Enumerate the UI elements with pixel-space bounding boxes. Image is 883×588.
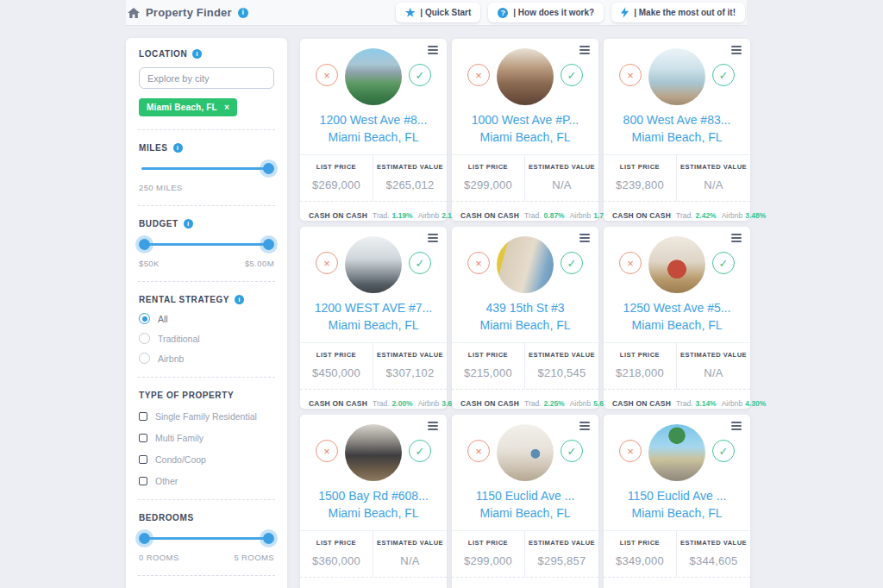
property-photo[interactable] [345,48,402,105]
cash-on-cash-label: CASH ON CASH [309,399,367,408]
property-city-link[interactable]: Miami Beach, FL [460,505,590,522]
property-photo[interactable] [345,424,402,481]
reject-property-button[interactable]: × [316,64,338,86]
estimated-value-value: $344,605 [679,554,748,567]
list-price-cell: LIST PRICE $215,000 [452,343,525,389]
property-city-link[interactable]: Miami Beach, FL [612,317,742,335]
property-city-link[interactable]: Miami Beach, FL [309,129,438,147]
quick-start-label: | Quick Start [420,8,471,17]
list-price-cell: LIST PRICE $239,800 [604,155,677,201]
accept-property-button[interactable]: ✓ [712,252,735,274]
reject-property-button[interactable]: × [316,252,338,274]
estimated-value-cell: ESTIMATED VALUE N/A [677,155,750,201]
checkbox-icon[interactable] [139,434,147,442]
reject-property-button[interactable]: × [619,440,642,462]
property-city-link[interactable]: Miami Beach, FL [309,317,438,335]
how-does-it-work-button[interactable]: ? | How does it work? [488,3,604,22]
quick-start-button[interactable]: ★ | Quick Start [396,3,481,22]
info-icon[interactable]: i [238,8,248,18]
property-photo[interactable] [648,424,705,481]
property-address-link[interactable]: 1250 West Ave #5... [612,300,742,317]
traditional-label: Trad. [676,211,693,220]
rental-strategy-info-icon[interactable]: i [235,295,244,304]
miles-slider-track[interactable] [141,167,272,170]
checkbox-icon[interactable] [139,455,147,464]
budget-info-icon[interactable]: i [184,219,193,228]
budget-slider-min-handle[interactable] [139,239,150,250]
x-icon: × [627,446,634,457]
property-address-link[interactable]: 1150 Euclid Ave ... [460,488,590,505]
miles-slider-handle[interactable] [263,163,274,174]
budget-slider-track[interactable] [141,243,272,246]
property-photo[interactable] [497,236,554,293]
list-price-value: $360,000 [303,554,370,567]
property-photo[interactable] [648,48,705,105]
property-city-link[interactable]: Miami Beach, FL [309,505,438,522]
chip-close-icon[interactable]: × [224,103,229,112]
property-address-link[interactable]: 1500 Bay Rd #608... [309,488,438,505]
selected-city-chip[interactable]: Miami Beach, FL × [139,98,237,116]
bedrooms-slider-min-handle[interactable] [139,533,150,544]
rental-strategy-option-airbnb[interactable]: Airbnb [139,353,274,364]
property-address-link[interactable]: 1200 WEST AVE #7... [309,300,438,317]
bedrooms-slider[interactable] [141,533,272,544]
accept-property-button[interactable]: ✓ [409,440,431,462]
property-address-link[interactable]: 1000 West Ave #P... [460,112,590,129]
reject-property-button[interactable]: × [467,64,490,86]
radio-icon[interactable] [139,333,150,344]
accept-property-button[interactable]: ✓ [560,440,583,462]
traditional-label: Trad. [524,211,542,220]
miles-info-icon[interactable]: i [173,143,183,153]
estimated-value-label: ESTIMATED VALUE [376,539,444,547]
accept-property-button[interactable]: ✓ [712,440,735,462]
budget-slider[interactable] [141,239,272,250]
property-address-link[interactable]: 1150 Euclid Ave ... [612,488,742,505]
property-type-option-other[interactable]: Other [139,476,274,486]
property-photo[interactable] [497,48,554,105]
property-type-option-condo-coop[interactable]: Condo/Coop [139,454,274,465]
option-label: All [158,314,168,324]
bedrooms-slider-max-handle[interactable] [263,533,274,544]
accept-property-button[interactable]: ✓ [409,252,431,274]
radio-icon[interactable] [139,353,150,364]
reject-property-button[interactable]: × [467,252,490,274]
reject-property-button[interactable]: × [619,252,642,274]
miles-slider[interactable] [141,163,272,174]
card-top: × ✓ [460,424,590,488]
rental-strategy-option-traditional[interactable]: Traditional [139,333,274,344]
checkbox-icon[interactable] [139,477,147,485]
accept-property-button[interactable]: ✓ [712,64,735,86]
divider [138,129,275,130]
make-the-most-button[interactable]: | Make the most out of it! [611,3,745,22]
miles-section-title: MILES i [139,143,274,153]
property-address-link[interactable]: 800 West Ave #83... [612,112,742,129]
accept-property-button[interactable]: ✓ [409,64,431,86]
property-photo[interactable] [345,236,402,293]
property-photo[interactable] [648,236,705,293]
property-city-link[interactable]: Miami Beach, FL [460,317,590,335]
reject-property-button[interactable]: × [619,64,642,86]
rental-strategy-option-all[interactable]: All [139,313,274,324]
reject-property-button[interactable]: × [467,440,490,462]
property-type-option-single-family[interactable]: Single Family Residential [139,411,274,422]
bedrooms-min-value: 0 ROOMS [139,553,179,562]
budget-slider-max-handle[interactable] [263,239,274,250]
property-city-link[interactable]: Miami Beach, FL [612,505,742,522]
estimated-value-cell: ESTIMATED VALUE $295,857 [525,531,598,577]
price-section: LIST PRICE $218,000 ESTIMATED VALUE N/A [604,342,750,390]
property-city-link[interactable]: Miami Beach, FL [612,129,742,147]
location-info-icon[interactable]: i [192,49,202,59]
city-search-input[interactable] [139,67,274,89]
checkbox-icon[interactable] [139,412,147,421]
accept-property-button[interactable]: ✓ [560,252,583,274]
property-type-option-multi-family[interactable]: Multi Family [139,433,274,443]
accept-property-button[interactable]: ✓ [560,64,583,86]
radio-selected-icon[interactable] [139,313,150,324]
property-address-link[interactable]: 1200 West Ave #8... [309,112,438,129]
property-photo[interactable] [497,424,554,481]
property-city-link[interactable]: Miami Beach, FL [460,129,590,147]
property-address-link[interactable]: 439 15th St #3 [460,300,590,317]
reject-property-button[interactable]: × [316,440,338,462]
bedrooms-slider-track[interactable] [141,537,272,540]
list-price-cell: LIST PRICE $299,000 [452,531,525,577]
